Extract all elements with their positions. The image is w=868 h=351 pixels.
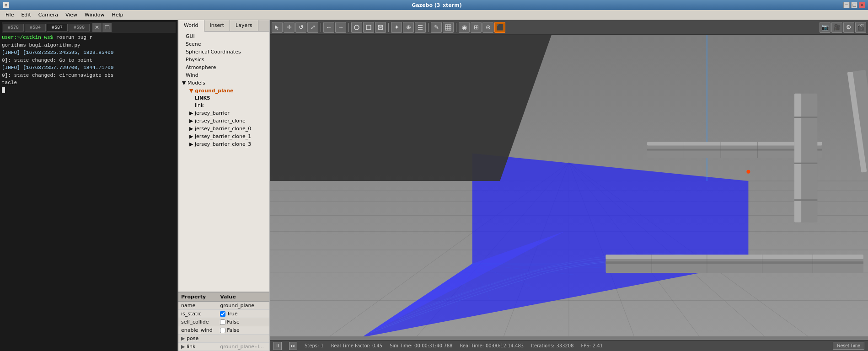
jbc3-expand-icon: ▶ [189,141,195,147]
step-button[interactable]: ⏭ [289,342,297,350]
self-collide-checkbox[interactable] [220,319,225,325]
tree-jersey-barrier-clone-0[interactable]: ▶ jersey_barrier_clone_0 [178,125,269,133]
prop-link-label: ▶ link [178,343,217,351]
tab-world[interactable]: World [178,20,204,32]
menu-help[interactable]: Help [108,11,127,19]
record-video-button[interactable]: 🎥 [831,22,842,33]
prop-row-link[interactable]: ▶ link ground_plane::l... [178,343,269,351]
prop-row-enable-wind: enable_wind False [178,326,269,335]
realtime-value: 00:00:12:14.483 [486,343,524,348]
prop-header-value: Value [217,292,269,302]
property-panel: Property Value name ground_plane is_stat… [178,292,269,351]
svg-rect-41 [794,163,817,164]
gazebo-body: World Insert Layers GUI Scene Spherical … [178,20,868,351]
prop-row-is-static: is_static True [178,310,269,318]
iterations-label: Iterations: [531,343,554,348]
com-button[interactable]: ⊞ [471,22,482,33]
rotate-button[interactable]: ↺ [295,22,306,33]
iterations-display: Iterations: 333208 [531,343,573,348]
fps-label: FPS: [581,343,591,348]
window-title: Gazebo (3_xterm) [30,2,843,8]
point-light-button[interactable]: ✦ [391,22,402,33]
tree-wind[interactable]: Wind [178,71,269,79]
redo-button[interactable]: → [335,22,346,33]
undo-button[interactable]: ← [323,22,334,33]
menu-bar: File Edit Camera View Window Help [0,10,868,20]
grid-button[interactable] [443,22,454,33]
viewport-scene [270,35,868,336]
svg-rect-13 [445,25,451,30]
prop-row-name: name ground_plane [178,302,269,310]
tree-jersey-barrier-clone[interactable]: ▶ jersey_barrier_clone [178,117,269,125]
is-static-checkbox[interactable] [220,311,225,317]
steps-display: Steps: 1 [305,343,324,348]
terminal-tab-587[interactable]: #587 [47,24,68,32]
viewport: ✛ ↺ ⤢ ← → ✦ [270,20,868,351]
terminal-tab-584[interactable]: #584 [25,24,46,32]
menu-edit[interactable]: Edit [17,11,34,19]
prop-pose-value [217,335,269,343]
dir-light-button[interactable] [415,22,426,33]
viewport-3d[interactable] [270,35,868,336]
terminal-tab-590[interactable]: #590 [69,24,90,32]
add-sphere-button[interactable] [351,22,362,33]
prop-row-self-collide: self_collide False [178,318,269,326]
terminal-line-4: 0]: state changed: Go to point [2,58,92,63]
reset-time-button[interactable]: Reset Time [833,342,864,350]
menu-view[interactable]: View [62,11,81,19]
simtime-display: Sim Time: 00:00:31:40.788 [390,343,452,348]
tree-spherical-coords[interactable]: Spherical Coordinates [178,48,269,56]
menu-camera[interactable]: Camera [35,11,62,19]
prop-row-pose[interactable]: ▶ pose [178,335,269,343]
tree-jersey-barrier-clone-1[interactable]: ▶ jersey_barrier_clone_1 [178,133,269,140]
toolbar-separator-3 [388,23,389,32]
apply-wrench-button[interactable]: ⊛ [482,22,493,33]
enable-wind-checkbox[interactable] [220,328,225,333]
gazebo-panel: World Insert Layers GUI Scene Spherical … [178,20,868,351]
tree-jb-label: jersey_barrier [195,110,230,116]
tree-scene[interactable]: Scene [178,40,269,48]
prop-isstatic-value: True [217,310,269,318]
record2-button[interactable]: 🎬 [855,22,866,33]
draw-tool-button[interactable]: ✎ [431,22,442,33]
settings-button[interactable]: ⚙ [843,22,854,33]
tree-physics[interactable]: Physics [178,56,269,64]
terminal-cursor [2,87,5,93]
pause-button[interactable]: ⏸ [273,342,282,350]
menu-file[interactable]: File [2,11,17,19]
tree-jersey-barrier[interactable]: ▶ jersey_barrier [178,109,269,117]
title-bar: ⚙ Gazebo (3_xterm) ─ □ ✕ [0,0,868,10]
terminal-close-button[interactable]: ✕ [92,23,102,32]
ground-expand-icon: ▼ [189,88,195,94]
add-cylinder-button[interactable] [375,22,386,33]
prop-selfcollide-value: False [217,318,269,326]
tab-insert[interactable]: Insert [204,20,230,31]
jbc-expand-icon: ▶ [189,118,195,124]
select-mode-button[interactable] [272,22,283,33]
prop-pose-label: ▶ pose [178,335,217,343]
tree-ground-plane[interactable]: ▼ ground_plane [178,87,269,95]
jersey-barrier-bottom [605,255,863,273]
translate-button[interactable]: ✛ [284,22,295,33]
scale-button[interactable]: ⤢ [307,22,318,33]
tree-links-header: LINKS [178,95,269,101]
tree-atmosphere[interactable]: Atmosphere [178,64,269,71]
spot-light-button[interactable]: ⊕ [403,22,414,33]
tree-models[interactable]: ▼ Models [178,79,269,87]
joints-button[interactable]: ◉ [459,22,470,33]
terminal-stack-button[interactable]: ❐ [102,23,112,32]
tree-link[interactable]: link [178,101,269,109]
close-button[interactable]: ✕ [859,2,865,8]
menu-window[interactable]: Window [81,11,108,19]
tree-jersey-barrier-clone-3[interactable]: ▶ jersey_barrier_clone_3 [178,140,269,148]
tab-layers[interactable]: Layers [230,20,258,31]
terminal-tab-578[interactable]: #578 [3,24,24,32]
maximize-button[interactable]: □ [851,2,857,8]
svg-point-5 [378,28,383,30]
minimize-button[interactable]: ─ [843,2,850,8]
record-button[interactable]: ⬛ [494,22,505,33]
robot-indicator [746,170,750,174]
tree-gui[interactable]: GUI [178,32,269,40]
add-box-button[interactable] [363,22,374,33]
screenshot-button[interactable]: 📷 [820,22,830,33]
